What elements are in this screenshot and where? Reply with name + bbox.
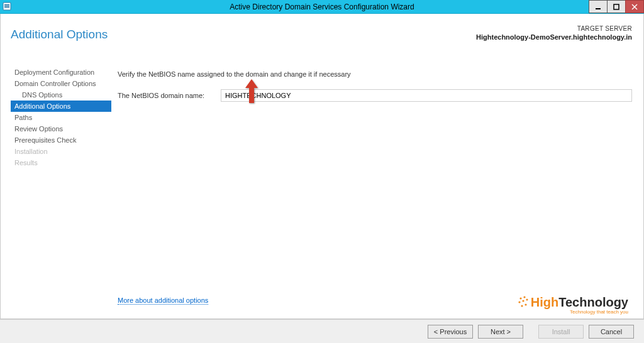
netbios-input[interactable] — [221, 89, 632, 102]
svg-rect-1 — [4, 4, 9, 6]
target-server-value: Hightechnology-DemoServer.hightechnology… — [476, 33, 632, 41]
svg-point-7 — [519, 297, 521, 299]
sidebar-item-review-options[interactable]: Review Options — [11, 123, 111, 134]
sidebar-item-domain-controller-options[interactable]: Domain Controller Options — [11, 78, 111, 89]
instruction-text: Verify the NetBIOS name assigned to the … — [118, 70, 632, 78]
cancel-button[interactable]: Cancel — [589, 325, 634, 339]
svg-rect-4 — [614, 4, 619, 9]
sidebar-item-prerequisites-check[interactable]: Prerequisites Check — [11, 134, 111, 146]
svg-point-8 — [523, 296, 525, 298]
previous-button[interactable]: < Previous — [428, 325, 473, 339]
logo-text-high: High — [531, 295, 558, 310]
maximize-button[interactable] — [607, 0, 626, 13]
svg-point-13 — [525, 303, 526, 305]
window-controls — [589, 0, 644, 13]
more-about-link[interactable]: More about additional options — [118, 297, 208, 305]
logo-tagline: Technology that teach you — [517, 309, 628, 315]
main-panel: Verify the NetBIOS name assigned to the … — [118, 67, 632, 318]
target-server-block: TARGET SERVER Hightechnology-DemoServer.… — [476, 25, 632, 41]
branding-logo: HighTechnology Technology that teach you — [517, 295, 628, 315]
next-button[interactable]: Next > — [478, 325, 523, 339]
logo-dots-icon — [517, 296, 528, 308]
logo-text-technology: Technology — [558, 295, 628, 310]
sidebar-item-additional-options[interactable]: Additional Options — [11, 101, 111, 112]
window-icon — [3, 2, 13, 12]
svg-rect-2 — [4, 6, 9, 8]
sidebar-item-paths[interactable]: Paths — [11, 112, 111, 123]
close-button[interactable] — [625, 0, 644, 13]
install-button: Install — [538, 325, 584, 339]
svg-point-10 — [522, 300, 524, 302]
svg-point-9 — [518, 301, 520, 303]
svg-point-11 — [526, 298, 528, 300]
titlebar: Active Directory Domain Services Configu… — [0, 0, 644, 14]
netbios-row: The NetBIOS domain name: — [118, 89, 632, 102]
svg-point-12 — [521, 305, 523, 307]
target-server-label: TARGET SERVER — [476, 25, 632, 32]
wizard-content: Additional Options TARGET SERVER Hightec… — [0, 14, 644, 319]
page-title: Additional Options — [11, 28, 108, 41]
window-title: Active Directory Domain Services Configu… — [0, 3, 644, 11]
minimize-button[interactable] — [589, 0, 608, 13]
sidebar-item-results: Results — [11, 157, 111, 168]
sidebar-item-deployment-configuration[interactable]: Deployment Configuration — [11, 67, 111, 78]
netbios-label: The NetBIOS domain name: — [118, 92, 221, 99]
sidebar-item-dns-options[interactable]: DNS Options — [11, 89, 111, 101]
sidebar-item-installation: Installation — [11, 146, 111, 157]
wizard-footer: < Previous Next > Install Cancel — [0, 319, 644, 343]
wizard-steps-sidebar: Deployment Configuration Domain Controll… — [11, 67, 111, 168]
